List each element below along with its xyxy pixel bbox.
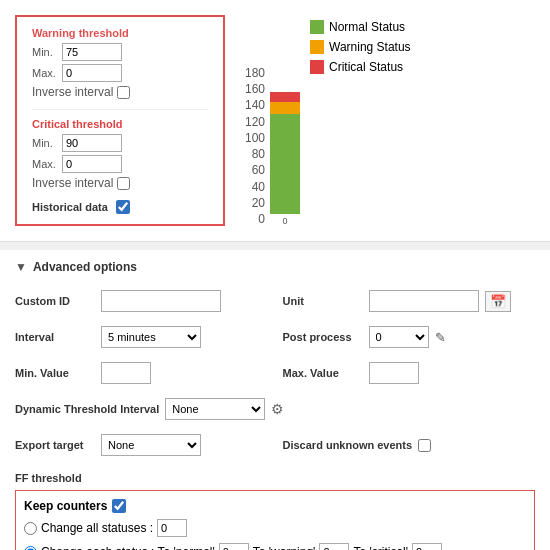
post-process-row: Post process 0 ✎ <box>283 322 536 352</box>
legend-normal-label: Normal Status <box>329 20 405 34</box>
legend-critical-label: Critical Status <box>329 60 403 74</box>
interval-select[interactable]: 5 minutes <box>101 326 201 348</box>
critical-max-input[interactable] <box>62 155 122 173</box>
change-all-input[interactable] <box>157 519 187 537</box>
discard-label: Discard unknown events <box>283 439 413 451</box>
legend-normal-color <box>310 20 324 34</box>
critical-min-row: Min. <box>32 134 208 152</box>
min-value-label: Min. Value <box>15 367 95 379</box>
warning-max-row: Max. <box>32 64 208 82</box>
legend-critical: Critical Status <box>310 60 411 74</box>
chevron-icon[interactable]: ▼ <box>15 260 27 274</box>
threshold-divider <box>32 109 208 110</box>
warning-max-label: Max. <box>32 67 62 79</box>
legend-normal: Normal Status <box>310 20 411 34</box>
dynamic-threshold-row: Dynamic Threshold Interval None ⚙ <box>15 394 284 424</box>
change-each-radio[interactable] <box>24 546 37 551</box>
warning-threshold-label: Warning threshold <box>32 27 208 39</box>
historical-checkbox[interactable] <box>116 200 130 214</box>
legend-warning: Warning Status <box>310 40 411 54</box>
interval-row: Interval 5 minutes <box>15 322 268 352</box>
warning-min-label: Min. <box>32 46 62 58</box>
chart-legend: Normal Status Warning Status Critical St… <box>310 15 411 226</box>
to-critical-label: To 'critical' <box>353 545 408 550</box>
historical-row: Historical data <box>32 200 208 214</box>
legend-critical-color <box>310 60 324 74</box>
max-value-input[interactable] <box>369 362 419 384</box>
critical-inverse-label: Inverse interval <box>32 176 113 190</box>
max-value-row: Max. Value <box>283 358 536 388</box>
dynamic-threshold-label: Dynamic Threshold Interval <box>15 403 159 415</box>
ff-threshold-label: FF threshold <box>15 466 95 484</box>
advanced-header: ▼ Advanced options <box>15 260 535 274</box>
chart-container: 180 160 140 120 100 80 60 40 20 0 <box>245 15 300 226</box>
legend-warning-label: Warning Status <box>329 40 411 54</box>
critical-threshold-label: Critical threshold <box>32 118 208 130</box>
unit-label: Unit <box>283 295 363 307</box>
change-all-radio[interactable] <box>24 522 37 535</box>
custom-id-label: Custom ID <box>15 295 95 307</box>
warning-min-row: Min. <box>32 43 208 61</box>
bar-critical <box>270 92 300 102</box>
warning-inverse-checkbox[interactable] <box>117 86 130 99</box>
historical-label: Historical data <box>32 201 108 213</box>
critical-max-label: Max. <box>32 158 62 170</box>
advanced-section: ▼ Advanced options Custom ID Unit 📅 Inte… <box>0 250 550 550</box>
warning-threshold-group: Warning threshold Min. Max. Inverse inte… <box>32 27 208 99</box>
interval-label: Interval <box>15 331 95 343</box>
export-row: Export target None <box>15 430 268 460</box>
advanced-title: Advanced options <box>33 260 137 274</box>
x-zero-label: 0 <box>283 216 288 226</box>
critical-inverse-row: Inverse interval <box>32 176 208 190</box>
warning-inverse-row: Inverse interval <box>32 85 208 99</box>
max-value-label: Max. Value <box>283 367 363 379</box>
gear-icon[interactable]: ⚙ <box>271 401 284 417</box>
critical-min-label: Min. <box>32 137 62 149</box>
export-target-select[interactable]: None <box>101 434 201 456</box>
critical-max-row: Max. <box>32 155 208 173</box>
change-each-label: Change each status : To 'normal' <box>41 545 215 550</box>
bar-normal <box>270 114 300 214</box>
change-all-label: Change all statuses : <box>41 521 153 535</box>
change-all-row: Change all statuses : <box>24 519 526 537</box>
export-target-row <box>299 394 535 424</box>
post-process-label: Post process <box>283 331 363 343</box>
unit-input[interactable] <box>369 290 479 312</box>
keep-counters-label: Keep counters <box>24 499 107 513</box>
bar-warning <box>270 102 300 114</box>
critical-threshold-group: Critical threshold Min. Max. Inverse int… <box>32 118 208 190</box>
unit-row: Unit 📅 <box>283 286 536 316</box>
custom-id-row: Custom ID <box>15 286 268 316</box>
discard-row: Discard unknown events <box>283 430 536 460</box>
to-critical-input[interactable] <box>412 543 442 550</box>
thresholds-box: Warning threshold Min. Max. Inverse inte… <box>15 15 225 226</box>
calendar-icon[interactable]: 📅 <box>485 291 511 312</box>
post-process-select[interactable]: 0 <box>369 326 429 348</box>
critical-min-input[interactable] <box>62 134 122 152</box>
custom-id-input[interactable] <box>101 290 221 312</box>
y-axis: 180 160 140 120 100 80 60 40 20 0 <box>245 66 268 226</box>
stacked-bar <box>270 54 300 214</box>
min-value-input[interactable] <box>101 362 151 384</box>
keep-counters-checkbox[interactable] <box>112 499 126 513</box>
legend-warning-color <box>310 40 324 54</box>
bar-column: 0 <box>270 54 300 226</box>
export-target-label: Export target <box>15 439 95 451</box>
change-each-normal-input[interactable] <box>219 543 249 550</box>
warning-max-input[interactable] <box>62 64 122 82</box>
discard-checkbox[interactable] <box>418 439 431 452</box>
ff-threshold-box: Keep counters Change all statuses : Chan… <box>15 490 535 550</box>
chart-area: 180 160 140 120 100 80 60 40 20 0 <box>245 15 535 226</box>
critical-inverse-checkbox[interactable] <box>117 177 130 190</box>
dynamic-threshold-select[interactable]: None <box>165 398 265 420</box>
to-warning-input[interactable] <box>319 543 349 550</box>
warning-min-input[interactable] <box>62 43 122 61</box>
min-value-row: Min. Value <box>15 358 268 388</box>
change-each-row: Change each status : To 'normal' To 'war… <box>24 543 526 550</box>
pencil-icon[interactable]: ✎ <box>435 330 446 345</box>
ff-threshold-inner: Keep counters Change all statuses : Chan… <box>24 499 526 550</box>
warning-inverse-label: Inverse interval <box>32 85 113 99</box>
to-warning-label: To 'warning' <box>253 545 316 550</box>
keep-counters-row: Keep counters <box>24 499 526 513</box>
